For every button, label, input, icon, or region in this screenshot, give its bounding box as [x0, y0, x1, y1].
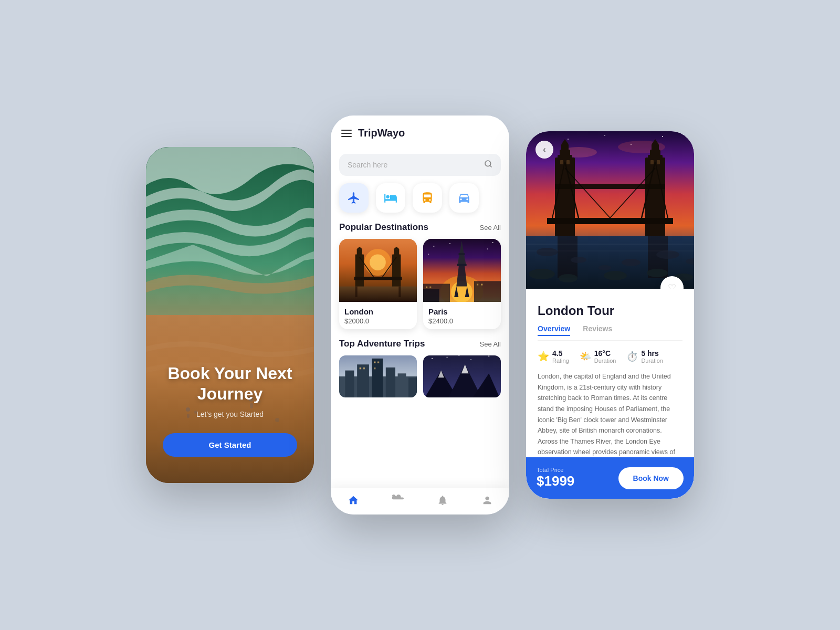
- detail-screen: ‹ ♡ London Tour Overview Reviews ⭐ 4.5 R…: [526, 131, 694, 499]
- stat-rating: ⭐ 4.5 Rating: [538, 349, 569, 364]
- svg-point-31: [428, 254, 429, 255]
- london-card-info: London $2000.0: [339, 302, 417, 329]
- nav-trips[interactable]: [375, 495, 420, 506]
- svg-point-113: [604, 271, 627, 280]
- get-started-button[interactable]: Get Started: [163, 433, 297, 457]
- splash-subtitle: Let's get you Started: [196, 410, 264, 418]
- svg-point-112: [559, 274, 578, 282]
- svg-rect-46: [481, 284, 482, 286]
- nav-profile[interactable]: [465, 495, 509, 506]
- tab-overview[interactable]: Overview: [538, 324, 570, 336]
- category-car[interactable]: [449, 183, 479, 213]
- back-button[interactable]: ‹: [536, 141, 553, 159]
- svg-rect-25: [398, 287, 401, 297]
- svg-point-107: [622, 259, 640, 266]
- svg-rect-14: [355, 254, 364, 291]
- london-name: London: [344, 307, 412, 316]
- svg-rect-80: [555, 158, 575, 242]
- svg-point-73: [568, 139, 569, 140]
- category-flight[interactable]: [339, 183, 369, 213]
- menu-button[interactable]: [341, 130, 352, 137]
- splash-content: Book Your Next Journey Let's get you Sta…: [146, 342, 314, 483]
- svg-rect-91: [547, 218, 673, 224]
- svg-rect-23: [339, 287, 417, 302]
- svg-rect-24: [355, 287, 358, 297]
- london-card[interactable]: London $2000.0: [339, 239, 417, 329]
- detail-stats: ⭐ 4.5 Rating 🌤️ 16°C Duration ⏱️ 5 hrs: [538, 349, 682, 364]
- svg-line-10: [490, 165, 491, 167]
- svg-rect-53: [398, 373, 406, 397]
- hotel-icon-bg: [376, 183, 405, 213]
- duration-value: 5 hrs: [641, 349, 663, 358]
- main-screen: TripWayo Search here: [331, 116, 509, 514]
- svg-point-76: [604, 135, 605, 136]
- svg-rect-98: [560, 160, 563, 164]
- svg-point-30: [492, 242, 494, 243]
- tab-reviews[interactable]: Reviews: [583, 324, 612, 336]
- svg-point-106: [571, 257, 586, 263]
- svg-point-75: [662, 136, 663, 137]
- svg-rect-59: [374, 368, 375, 369]
- popular-section-header: Popular Destinations See All: [339, 222, 501, 233]
- splash-background: Book Your Next Journey Let's get you Sta…: [146, 147, 314, 483]
- svg-rect-56: [363, 368, 365, 369]
- adventure-card-2[interactable]: [423, 355, 501, 397]
- svg-point-28: [449, 243, 450, 244]
- destination-cards: London $2000.0: [339, 239, 501, 329]
- svg-rect-55: [360, 368, 361, 369]
- svg-rect-39: [458, 253, 465, 255]
- category-bus[interactable]: [413, 183, 442, 213]
- app-name-label: TripWayo: [358, 127, 405, 139]
- paris-card[interactable]: Paris $2400.0: [423, 239, 501, 329]
- nav-home[interactable]: [331, 495, 375, 506]
- svg-rect-38: [457, 264, 466, 266]
- price-label: Total Price: [537, 467, 574, 473]
- svg-point-13: [370, 254, 386, 270]
- svg-rect-45: [477, 284, 478, 286]
- search-placeholder-text: Search here: [348, 161, 479, 169]
- svg-rect-57: [374, 362, 375, 363]
- london-card-image: [339, 239, 417, 302]
- svg-rect-20: [394, 249, 399, 255]
- rating-label: Rating: [552, 358, 569, 364]
- adventure-card-1[interactable]: [339, 355, 417, 397]
- hamburger-line-3: [341, 136, 352, 137]
- adventure-preview: [339, 355, 501, 397]
- svg-rect-58: [377, 362, 379, 363]
- detail-tabs: Overview Reviews: [538, 324, 682, 341]
- book-now-button[interactable]: Book Now: [618, 467, 684, 489]
- svg-rect-19: [357, 249, 362, 255]
- svg-point-108: [656, 250, 679, 259]
- detail-title: London Tour: [538, 303, 682, 318]
- svg-rect-99: [566, 160, 570, 164]
- nav-notifications[interactable]: [420, 495, 465, 506]
- splash-title: Book Your Next Journey: [163, 363, 297, 404]
- paris-card-info: Paris $2400.0: [423, 302, 501, 329]
- svg-point-111: [529, 269, 555, 279]
- hamburger-line-1: [341, 130, 352, 131]
- popular-title: Popular Destinations: [339, 222, 428, 233]
- adventure-title: Top Adventure Trips: [339, 339, 425, 349]
- paris-card-image: [423, 239, 501, 302]
- duration-info: 5 hrs Duration: [641, 349, 663, 364]
- svg-rect-85: [645, 158, 665, 242]
- svg-point-27: [433, 246, 434, 247]
- adventure-see-all[interactable]: See All: [480, 340, 501, 348]
- svg-rect-15: [392, 254, 401, 291]
- svg-rect-49: [345, 371, 354, 397]
- category-hotel[interactable]: [376, 183, 405, 213]
- weather-icon: 🌤️: [580, 351, 591, 362]
- search-bar[interactable]: Search here: [339, 154, 501, 176]
- svg-point-105: [537, 248, 558, 256]
- flight-icon-bg: [339, 183, 369, 213]
- paris-price: $2400.0: [428, 317, 496, 325]
- search-icon: [484, 160, 492, 170]
- svg-rect-83: [561, 144, 569, 152]
- svg-rect-43: [426, 287, 427, 288]
- rating-info: 4.5 Rating: [552, 349, 569, 364]
- temp-label: Duration: [594, 358, 616, 364]
- stat-temperature: 🌤️ 16°C Duration: [580, 349, 616, 364]
- paris-name: Paris: [428, 307, 496, 316]
- category-row: [339, 183, 501, 213]
- popular-see-all[interactable]: See All: [480, 224, 501, 232]
